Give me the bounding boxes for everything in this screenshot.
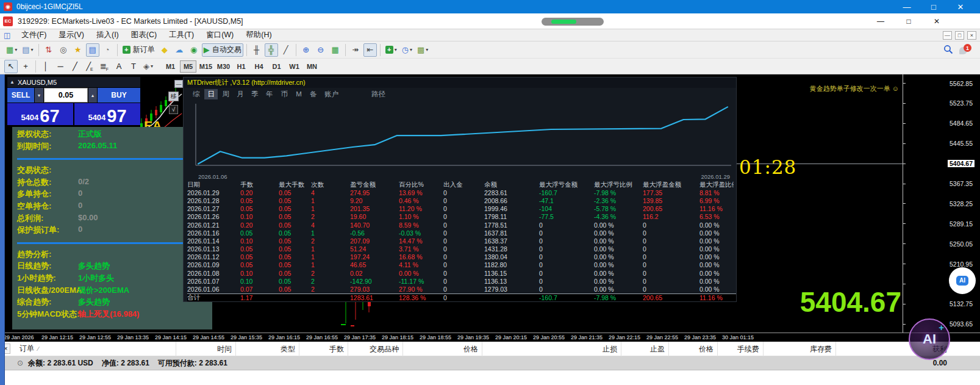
stats-tab-4[interactable]: 月	[234, 89, 247, 99]
stats-row[interactable]: 2026.01.260.100.05219.601.10 %01798.11-7…	[187, 213, 736, 221]
tile-windows-button[interactable]: ▦	[329, 43, 342, 57]
ai-assistant-fab[interactable]: + AI	[909, 318, 950, 360]
buy-price-box[interactable]: 5404 97	[74, 103, 140, 125]
buy-button[interactable]: BUY	[98, 88, 140, 103]
menu-file[interactable]: 文件(F)	[15, 29, 52, 41]
stats-row[interactable]: 2026.01.140.100.052207.0914.47 %01638.37…	[187, 237, 736, 245]
timeframe-m1-button[interactable]: M1	[162, 60, 179, 73]
fibonacci-button[interactable]: ≣F	[98, 60, 111, 73]
autotrade-button[interactable]: ▶自动交易	[202, 43, 243, 57]
menu-view[interactable]: 显示(V)	[52, 29, 90, 41]
os-close-button[interactable]: ✕	[947, 2, 974, 12]
stats-row[interactable]: 2026.01.120.050.051197.2416.68 %01380.04…	[187, 253, 736, 261]
lot-size-input[interactable]: 0.05	[44, 88, 88, 103]
data-window-button[interactable]: ◎	[57, 43, 70, 57]
crosshair-button[interactable]: +	[19, 60, 32, 73]
new-order-button[interactable]: +新订单	[121, 43, 157, 57]
horizontal-line-button[interactable]: ─	[54, 60, 67, 73]
sell-button[interactable]: SELL	[7, 88, 34, 103]
search-icon[interactable]	[943, 45, 953, 54]
terminal-col-type[interactable]: 类型	[235, 342, 299, 356]
collapse-icon[interactable]: ▲	[10, 79, 15, 85]
new-chart-button[interactable]: ▦▾	[4, 43, 19, 57]
timeframe-h1-button[interactable]: H1	[233, 60, 249, 73]
stats-tab-6[interactable]: 年	[263, 89, 276, 99]
stats-tab-9[interactable]: 备	[307, 89, 320, 99]
app-minimize-button[interactable]: —	[867, 17, 895, 26]
timeframe-mn-button[interactable]: MN	[304, 60, 320, 73]
bar-chart-button[interactable]: ╫	[250, 43, 263, 57]
templates-button[interactable]: ▩▾	[415, 43, 430, 57]
app-restore-button[interactable]: □	[895, 17, 923, 26]
auto-scroll-button[interactable]: ↠	[349, 43, 362, 57]
menu-charts[interactable]: 图表(C)	[125, 29, 163, 41]
terminal-col-open-price[interactable]: 价格	[402, 342, 482, 356]
terminal-col-volume[interactable]: 手数	[299, 342, 348, 356]
terminal-col-swap[interactable]: 库存费	[763, 342, 835, 356]
widget-header[interactable]: ▲ XAUUSD,M5	[7, 77, 140, 87]
ea-move-button[interactable]: 移	[168, 92, 179, 101]
metaeditor-button[interactable]: ◆	[158, 43, 171, 57]
navigator-button[interactable]: ★	[71, 43, 85, 57]
equidistant-channel-button[interactable]: ╱E	[83, 60, 96, 73]
stats-row[interactable]: 2026.01.130.050.05151.243.71 %01431.2800…	[187, 245, 736, 253]
chart-system-menu-icon[interactable]: ◫	[4, 31, 10, 40]
stats-row[interactable]: 2026.01.280.050.0519.200.46 %02008.66-47…	[187, 196, 736, 204]
app-close-button[interactable]: ✕	[923, 17, 951, 26]
lot-increase-button[interactable]: ▲	[88, 88, 97, 103]
trendline-button[interactable]: ╱	[68, 60, 82, 73]
timeframe-h4-button[interactable]: H4	[251, 60, 267, 73]
chart-area[interactable]: EA 移 √ — ▲ XAUUSD,M5 SELL ▼ 0.05 ▲ BUY 5…	[0, 74, 980, 333]
stats-row[interactable]: 2026.01.060.070.052279.0327.90 %01279.03…	[187, 285, 736, 293]
zoom-in-button[interactable]: ⊕	[299, 43, 313, 57]
add-indicator-button[interactable]: +▾	[384, 43, 399, 57]
timeframe-m5-button[interactable]: M5	[180, 60, 196, 73]
terminal-col-current-price[interactable]: 价格	[668, 342, 717, 356]
chart-close-button[interactable]: ×	[967, 31, 976, 40]
stats-tab-7[interactable]: 币	[277, 89, 291, 99]
os-maximize-button[interactable]: □	[920, 2, 947, 12]
periods-button[interactable]: ◷▾	[400, 43, 414, 57]
stats-row[interactable]: 2026.01.270.050.051201.3511.20 %01999.46…	[187, 205, 736, 213]
time-axis[interactable]: 29 Jan 202629 Jan 12:1529 Jan 12:5529 Ja…	[0, 333, 980, 342]
price-axis[interactable]: 5562.855523.755484.655445.555404.675367.…	[903, 74, 980, 333]
ai-chat-button[interactable]: AI	[949, 267, 976, 294]
signals-button[interactable]: ◉	[187, 43, 201, 57]
candlestick-chart-button[interactable]: ╬	[265, 43, 278, 57]
stats-tab-5[interactable]: 季	[248, 89, 262, 99]
stats-tab-10[interactable]: 账户	[321, 89, 342, 99]
line-chart-button[interactable]: ╱	[279, 43, 293, 57]
menu-help[interactable]: 帮助(H)	[240, 29, 277, 41]
timeframe-d1-button[interactable]: D1	[268, 60, 285, 73]
stats-tab-3[interactable]: 周	[219, 89, 232, 99]
vertical-line-button[interactable]: │	[39, 60, 52, 73]
notifications-icon[interactable]: 1	[959, 44, 971, 55]
lot-decrease-button[interactable]: ▼	[35, 88, 43, 103]
stats-row[interactable]: 2026.01.090.050.05146.654.11 %01182.8000…	[187, 261, 736, 269]
terminal-button[interactable]: ▤	[86, 43, 99, 57]
sell-price-box[interactable]: 5404 67	[7, 103, 73, 125]
stats-tab-8[interactable]: M	[292, 90, 306, 98]
stats-row[interactable]: 2026.01.210.200.054140.708.59 %01778.510…	[187, 221, 736, 229]
terminal-col-commission[interactable]: 手续费	[717, 342, 763, 356]
terminal-col-sl[interactable]: 止损	[482, 342, 621, 356]
chart-shift-button[interactable]: ⇤	[363, 43, 377, 57]
stats-tab-path[interactable]: 路径	[368, 89, 388, 99]
arrows-button[interactable]: ◈▾	[141, 60, 155, 73]
chart-restore-button[interactable]: □	[955, 31, 964, 40]
market-button[interactable]: ☁	[173, 43, 186, 57]
stats-tab-2[interactable]: 日	[204, 89, 218, 99]
menu-tools[interactable]: 工具(T)	[163, 29, 200, 41]
stats-minimize-button[interactable]: —	[174, 80, 183, 88]
label-button[interactable]: T	[127, 60, 140, 73]
menu-insert[interactable]: 插入(I)	[90, 29, 125, 41]
timeframe-w1-button[interactable]: W1	[286, 60, 302, 73]
market-watch-button[interactable]: ⇅	[42, 43, 55, 57]
terminal-col-profit[interactable]: 获利	[835, 342, 980, 356]
orders-column-header[interactable]: 订单 ∕	[5, 344, 176, 354]
stats-row[interactable]: 2026.01.070.100.052-142.90-11.17 %01136.…	[187, 277, 736, 285]
menu-window[interactable]: 窗口(W)	[200, 29, 240, 41]
stats-row[interactable]: 2026.01.080.100.0520.020.00 %01136.1500.…	[187, 269, 736, 277]
terminal-col-symbol[interactable]: 交易品种	[348, 342, 402, 356]
stats-row[interactable]: 2026.01.290.200.054274.9513.69 %02283.61…	[187, 189, 736, 196]
